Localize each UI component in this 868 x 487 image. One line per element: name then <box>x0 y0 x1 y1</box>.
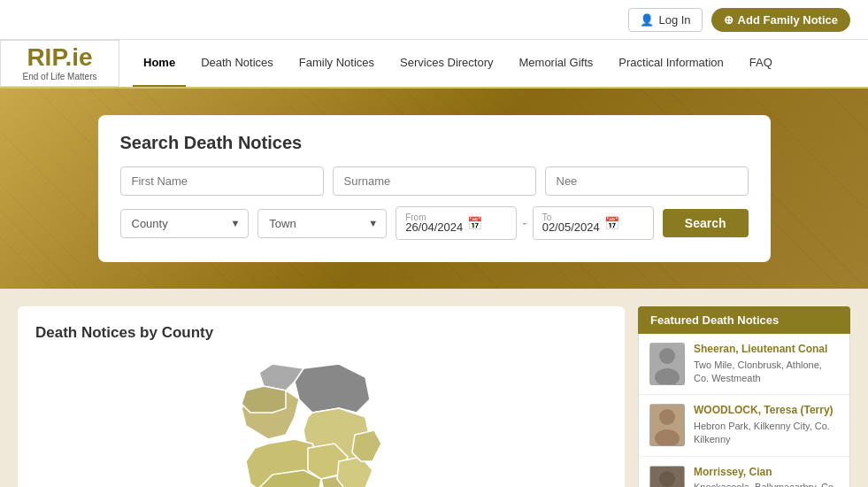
search-filter-row: County ▼ Town ▼ From 26/04/2024 📅 - <box>120 206 749 240</box>
hero-section: Search Death Notices County ▼ Town ▼ <box>0 89 868 289</box>
featured-location-0: Two Mile, Clonbrusk, Athlone, Co. Westme… <box>694 359 839 386</box>
featured-item-2[interactable]: Morrissey, Cian Knockacoola, Ballymacarb… <box>639 457 849 487</box>
avatar-2 <box>649 466 685 487</box>
date-range-separator: - <box>522 215 526 231</box>
surname-input[interactable] <box>333 166 536 196</box>
featured-item-1[interactable]: WOODLOCK, Teresa (Terry) Hebron Park, Ki… <box>639 395 849 456</box>
nav-item-family-notices[interactable]: Family Notices <box>288 40 385 87</box>
town-select-wrapper: Town ▼ <box>257 209 387 238</box>
search-button[interactable]: Search <box>663 209 749 237</box>
logo-nav-bar: RIP.ie End of Life Matters Home Death No… <box>0 40 868 89</box>
bottom-section: Death Notices by County <box>0 289 868 487</box>
to-date-field[interactable]: To 02/05/2024 📅 <box>533 206 654 240</box>
featured-info-1: WOODLOCK, Teresa (Terry) Hebron Park, Ki… <box>694 404 839 446</box>
nav-item-death-notices[interactable]: Death Notices <box>190 40 284 87</box>
top-bar: 👤 Log In ⊕ Add Family Notice <box>0 0 868 40</box>
svg-marker-0 <box>295 364 370 413</box>
featured-item-0[interactable]: Sheeran, Lieutenant Conal Two Mile, Clon… <box>639 334 849 395</box>
search-name-row <box>120 166 749 196</box>
featured-location-1: Hebron Park, Kilkenny City, Co. Kilkenny <box>694 420 839 447</box>
avatar-placeholder-1 <box>649 404 685 446</box>
featured-location-2: Knockacoola, Ballymacarbry, Co. Waterfor… <box>694 481 839 487</box>
from-date-field[interactable]: From 26/04/2024 📅 <box>396 206 517 240</box>
from-date-value: 26/04/2024 <box>405 220 463 234</box>
calendar-from-icon[interactable]: 📅 <box>467 216 482 230</box>
nav-item-faq[interactable]: FAQ <box>739 40 783 87</box>
town-select[interactable]: Town <box>257 209 387 238</box>
svg-marker-3 <box>242 386 286 413</box>
main-nav: Home Death Notices Family Notices Servic… <box>119 40 796 87</box>
logo: RIP.ie End of Life Matters <box>0 40 119 87</box>
featured-name-1: WOODLOCK, Teresa (Terry) <box>694 404 839 418</box>
county-map-box: Death Notices by County <box>18 306 625 487</box>
avatar-placeholder-0 <box>649 343 685 385</box>
nav-item-practical-info[interactable]: Practical Information <box>608 40 734 87</box>
add-notice-button[interactable]: ⊕ Add Family Notice <box>711 8 850 32</box>
svg-point-12 <box>659 348 675 364</box>
county-select[interactable]: County <box>120 209 250 238</box>
avatar-placeholder-2 <box>649 466 685 487</box>
featured-panel: Featured Death Notices Sheeran, Lieutena… <box>638 306 850 487</box>
avatar-1 <box>649 404 685 446</box>
nav-item-home[interactable]: Home <box>133 40 186 87</box>
search-box: Search Death Notices County ▼ Town ▼ <box>98 115 771 262</box>
featured-info-2: Morrissey, Cian Knockacoola, Ballymacarb… <box>694 466 839 487</box>
plus-circle-icon: ⊕ <box>724 13 734 27</box>
svg-point-18 <box>659 471 675 487</box>
to-date-value: 02/05/2024 <box>542 220 600 234</box>
featured-name-2: Morrissey, Cian <box>694 466 839 480</box>
header-actions: 👤 Log In ⊕ Add Family Notice <box>628 8 850 32</box>
svg-marker-10 <box>352 430 381 461</box>
nav-item-memorial-gifts[interactable]: Memorial Gifts <box>509 40 604 87</box>
first-name-input[interactable] <box>120 166 324 196</box>
logo-subtext: End of Life Matters <box>23 72 97 81</box>
login-button[interactable]: 👤 Log In <box>628 8 702 32</box>
ireland-map <box>35 355 607 487</box>
featured-info-0: Sheeran, Lieutenant Conal Two Mile, Clon… <box>694 343 839 385</box>
svg-point-15 <box>659 409 675 425</box>
featured-header: Featured Death Notices <box>638 306 850 334</box>
featured-list: Sheeran, Lieutenant Conal Two Mile, Clon… <box>638 334 850 487</box>
calendar-to-icon[interactable]: 📅 <box>604 216 619 230</box>
user-icon: 👤 <box>640 13 654 27</box>
nav-item-services-directory[interactable]: Services Directory <box>389 40 503 87</box>
search-title: Search Death Notices <box>120 133 749 153</box>
nee-input[interactable] <box>545 166 749 196</box>
avatar-0 <box>649 343 685 385</box>
county-select-wrapper: County ▼ <box>120 209 250 238</box>
ireland-map-svg <box>224 355 419 487</box>
date-range-group: From 26/04/2024 📅 - To 02/05/2024 📅 <box>396 206 654 240</box>
featured-name-0: Sheeran, Lieutenant Conal <box>694 343 839 357</box>
logo-text: RIP.ie <box>27 45 92 70</box>
county-map-title: Death Notices by County <box>35 324 607 342</box>
